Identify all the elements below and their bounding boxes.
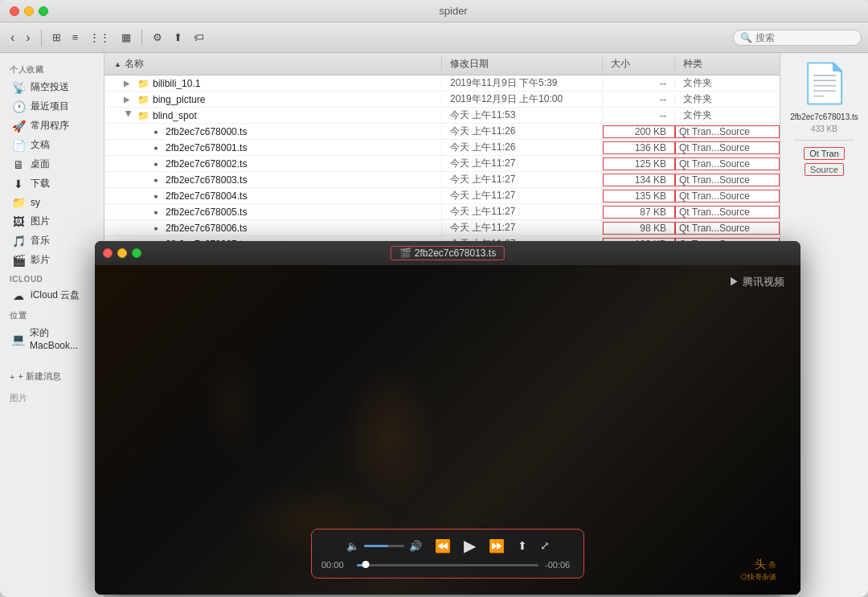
table-row[interactable]: ▪2fb2ec7c678002.ts今天 上午11:27125 KBQt Tra… xyxy=(104,156,780,172)
folder-icon: 📁 xyxy=(137,78,149,89)
file-kind-label: Qt Tran...Source xyxy=(675,141,780,154)
date-header-label: 修改日期 xyxy=(450,58,489,69)
file-date-label: 今天 上午11:27 xyxy=(442,205,603,219)
table-row[interactable]: ▪2fb2ec7c678006.ts今天 上午11:2798 KBQt Tran… xyxy=(104,220,780,236)
expand-arrow-icon[interactable]: ▶ xyxy=(124,95,133,104)
gallery-view-button[interactable]: ▦ xyxy=(117,29,135,46)
fastforward-button[interactable]: ⏩ xyxy=(489,538,505,554)
volume-bar[interactable] xyxy=(364,545,404,547)
search-box[interactable]: 🔍 xyxy=(733,30,862,46)
sidebar-item-label: 常用程序 xyxy=(31,119,69,133)
progress-thumb[interactable] xyxy=(362,561,370,568)
table-row[interactable]: ▪2fb2ec7c678000.ts今天 上午11:26200 KBQt Tra… xyxy=(104,124,780,140)
file-size-label: 200 KB xyxy=(603,125,675,138)
sidebar-item-docs[interactable]: 📄 文稿 xyxy=(3,136,100,154)
icon-view-button[interactable]: ⊞ xyxy=(48,29,65,46)
progress-bar[interactable] xyxy=(357,564,538,566)
toolbar: ‹ › ⊞ ≡ ⋮⋮ ▦ ⚙ ⬆ 🏷 🔍 xyxy=(0,22,868,53)
video-minimize-button[interactable] xyxy=(117,248,127,258)
video-maximize-button[interactable] xyxy=(132,248,141,258)
file-date-label: 今天 上午11:27 xyxy=(442,221,603,235)
sidebar-item-music[interactable]: 🎵 音乐 xyxy=(3,231,100,250)
forward-button[interactable]: › xyxy=(22,28,34,47)
sidebar-section-icloud: iCloud xyxy=(0,270,104,285)
volume-icon: 🔈 xyxy=(346,540,359,552)
ts-file-icon: ▪ xyxy=(149,190,162,202)
file-kind-label: Qt Tran...Source xyxy=(675,222,780,235)
file-name-label: bilibili_10.1 xyxy=(153,78,200,89)
sidebar: 个人收藏 📡 隔空投送 🕐 最近项目 🚀 常用程序 📄 文稿 🖥 桌面 xyxy=(0,53,104,597)
watermark-handle: ◎快哥杂谈 xyxy=(740,572,776,583)
table-row[interactable]: ▶📁bilibili_10.12019年11月9日 下午5:39--文件夹 xyxy=(104,76,780,92)
file-size-label: 134 KB xyxy=(603,174,675,186)
search-input[interactable] xyxy=(755,32,860,43)
column-headers: ▲ 名称 修改日期 大小 种类 xyxy=(104,53,780,76)
tencent-logo: ▶ 腾讯视频 xyxy=(729,275,784,289)
list-view-button[interactable]: ≡ xyxy=(68,29,83,46)
airdrop-icon: 📡 xyxy=(11,81,26,94)
table-row[interactable]: ▶📁bing_picture2019年12月9日 上午10:00--文件夹 xyxy=(104,92,780,108)
sidebar-item-macbook[interactable]: 💻 宋的MacBook... xyxy=(3,324,100,354)
minimize-button[interactable] xyxy=(24,6,34,16)
tencent-logo-text: ▶ 腾讯视频 xyxy=(729,275,784,289)
sidebar-item-desktop[interactable]: 🖥 桌面 xyxy=(3,155,100,174)
file-name-label: 2fb2ec7c678002.ts xyxy=(166,158,247,170)
plus-icon: + xyxy=(10,372,14,382)
sidebar-item-label: sy xyxy=(31,197,40,208)
rewind-button[interactable]: ⏪ xyxy=(435,538,451,554)
table-row[interactable]: ▶📁blind_spot今天 上午11:53--文件夹 xyxy=(104,108,780,124)
expand-arrow-icon[interactable]: ▶ xyxy=(124,79,133,88)
volume-fill xyxy=(364,545,388,547)
col-kind-header[interactable]: 种类 xyxy=(675,57,780,71)
tag-button[interactable]: 🏷 xyxy=(190,29,208,46)
preview-filename: 2fb2ec7c678013.ts xyxy=(790,112,858,121)
video-scene: ▶ 腾讯视频 🔈 🔊 ⏪ xyxy=(95,265,800,595)
new-message-button[interactable]: + + 新建消息 xyxy=(0,367,104,386)
ot-tran-label: Ot Tran xyxy=(804,147,845,160)
col-name-header[interactable]: ▲ 名称 xyxy=(104,57,442,71)
back-button[interactable]: ‹ xyxy=(6,28,18,47)
sidebar-item-label: 音乐 xyxy=(31,234,50,247)
close-button[interactable] xyxy=(10,6,19,16)
video-close-button[interactable] xyxy=(103,248,113,258)
sidebar-item-movies[interactable]: 🎬 影片 xyxy=(3,251,100,269)
sidebar-item-sy[interactable]: 📁 sy xyxy=(3,194,100,211)
fullscreen-button[interactable]: ⤢ xyxy=(540,539,550,552)
file-kind-label: Qt Tran...Source xyxy=(675,125,780,138)
volume-control[interactable]: 🔈 🔊 xyxy=(346,540,422,552)
share-control-button[interactable]: ⬆ xyxy=(518,539,527,552)
col-size-header[interactable]: 大小 xyxy=(603,57,675,71)
sidebar-item-icloud[interactable]: ☁ iCloud 云盘 xyxy=(3,286,100,305)
table-row[interactable]: ▪2fb2ec7c678001.ts今天 上午11:26136 KBQt Tra… xyxy=(104,140,780,156)
table-row[interactable]: ▪2fb2ec7c678004.ts今天 上午11:27135 KBQt Tra… xyxy=(104,188,780,204)
col-date-header[interactable]: 修改日期 xyxy=(442,57,603,71)
sidebar-item-recents[interactable]: 🕐 最近项目 xyxy=(3,97,100,116)
video-filename: 2fb2ec7c678013.ts xyxy=(415,247,496,259)
folder-icon: 📁 xyxy=(137,110,149,121)
file-date-label: 今天 上午11:26 xyxy=(442,125,603,138)
play-button[interactable]: ▶ xyxy=(464,536,476,555)
sidebar-item-apps[interactable]: 🚀 常用程序 xyxy=(3,117,100,135)
preview-separator xyxy=(794,140,854,141)
sidebar-item-airdrop[interactable]: 📡 隔空投送 xyxy=(3,78,100,96)
toolbar-separator xyxy=(41,30,42,46)
video-controls[interactable]: 🔈 🔊 ⏪ ▶ ⏩ ⬆ ⤢ xyxy=(311,529,584,579)
sidebar-item-photos[interactable]: 🖼 图片 xyxy=(3,212,100,231)
table-row[interactable]: ▪2fb2ec7c678005.ts今天 上午11:2787 KBQt Tran… xyxy=(104,204,780,220)
ts-file-icon: ▪ xyxy=(149,125,162,138)
ts-file-icon: ▪ xyxy=(149,206,162,219)
kind-header-label: 种类 xyxy=(683,58,702,69)
share-button[interactable]: ⬆ xyxy=(170,29,186,46)
music-icon: 🎵 xyxy=(11,235,26,247)
settings-button[interactable]: ⚙ xyxy=(149,29,166,46)
column-view-button[interactable]: ⋮⋮ xyxy=(85,29,114,46)
collapse-arrow-icon[interactable]: ▶ xyxy=(125,111,133,121)
sidebar-item-label: 下载 xyxy=(31,177,50,190)
table-row[interactable]: ▪2fb2ec7c678003.ts今天 上午11:27134 KBQt Tra… xyxy=(104,172,780,188)
video-player[interactable]: 🎬 2fb2ec7c678013.ts ▶ 腾讯视频 xyxy=(95,241,800,595)
maximize-button[interactable] xyxy=(39,6,48,16)
mac-window: spider ‹ › ⊞ ≡ ⋮⋮ ▦ ⚙ ⬆ 🏷 🔍 个人收藏 📡 隔空投送 xyxy=(0,0,868,597)
file-date-label: 今天 上午11:53 xyxy=(442,108,603,122)
icloud-icon: ☁ xyxy=(11,289,26,302)
sidebar-item-downloads[interactable]: ⬇ 下载 xyxy=(3,174,100,193)
